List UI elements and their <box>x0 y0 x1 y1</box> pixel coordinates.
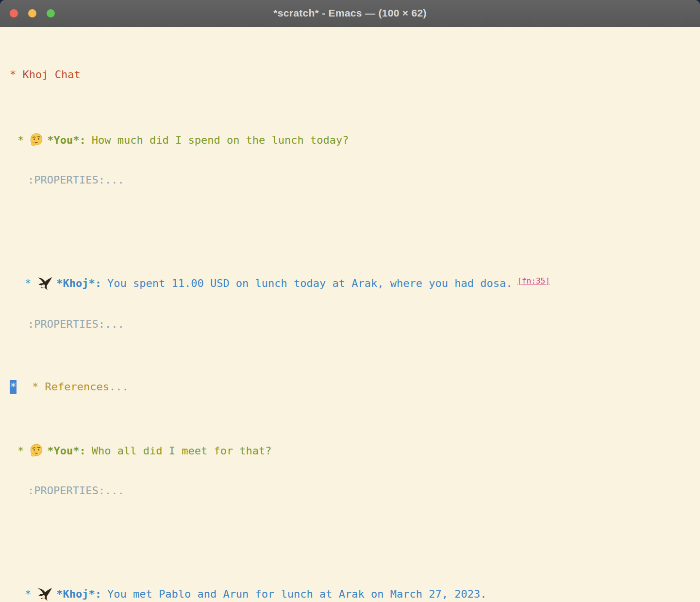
org-heading-khoj-chat[interactable]: * Khoj Chat <box>10 66 695 83</box>
chat-message-khoj[interactable]: **Khoj*:You met Pablo and Arun for lunch… <box>10 585 695 602</box>
title-bar[interactable]: *scratch* - Emacs — (100 × 62) <box>0 0 700 27</box>
references-line[interactable]: ** References... <box>10 380 695 394</box>
close-button[interactable] <box>10 9 18 17</box>
emacs-window: *scratch* - Emacs — (100 × 62) * Khoj Ch… <box>0 0 700 602</box>
eagle-icon <box>37 277 52 290</box>
org-buffer[interactable]: * Khoj Chat **You*:How much did I spend … <box>0 27 700 602</box>
thinking-face-icon <box>30 444 43 457</box>
references-heading[interactable]: * References... <box>32 381 129 393</box>
org-star: * <box>17 134 24 146</box>
org-star: * <box>25 277 31 289</box>
message-text: You spent 11.00 USD on lunch today at Ar… <box>107 277 512 289</box>
chat-message-you[interactable]: **You*:Who all did I meet for that? <box>10 442 695 459</box>
message-text: How much did I spend on the lunch today? <box>92 134 349 146</box>
message-text: You met Pablo and Arun for lunch at Arak… <box>107 588 486 600</box>
chat-message-khoj[interactable]: **Khoj*:You spent 11.00 USD on lunch tod… <box>10 275 695 293</box>
org-star: * <box>17 445 24 457</box>
speaker-label: *Khoj*: <box>56 277 101 289</box>
eagle-icon <box>37 587 52 601</box>
footnote-link[interactable]: [fn:35] <box>517 276 550 285</box>
zoom-button[interactable] <box>47 9 55 17</box>
org-star: * <box>25 588 31 600</box>
blank-line <box>10 212 695 226</box>
speaker-label: *Khoj*: <box>56 588 101 600</box>
message-text: Who all did I meet for that? <box>92 445 272 457</box>
properties-drawer[interactable]: :PROPERTIES:... <box>10 317 695 332</box>
speaker-label: *You*: <box>47 445 85 457</box>
traffic-lights <box>10 0 55 27</box>
thinking-face-icon <box>30 133 43 147</box>
window-title: *scratch* - Emacs — (100 × 62) <box>273 7 426 19</box>
blank-line <box>10 522 695 537</box>
minimize-button[interactable] <box>28 9 36 17</box>
chat-message-you[interactable]: **You*:How much did I spend on the lunch… <box>10 132 695 149</box>
properties-drawer[interactable]: :PROPERTIES:... <box>10 173 695 187</box>
text-cursor: * <box>10 380 17 394</box>
speaker-label: *You*: <box>47 134 85 146</box>
properties-drawer[interactable]: :PROPERTIES:... <box>10 484 695 498</box>
